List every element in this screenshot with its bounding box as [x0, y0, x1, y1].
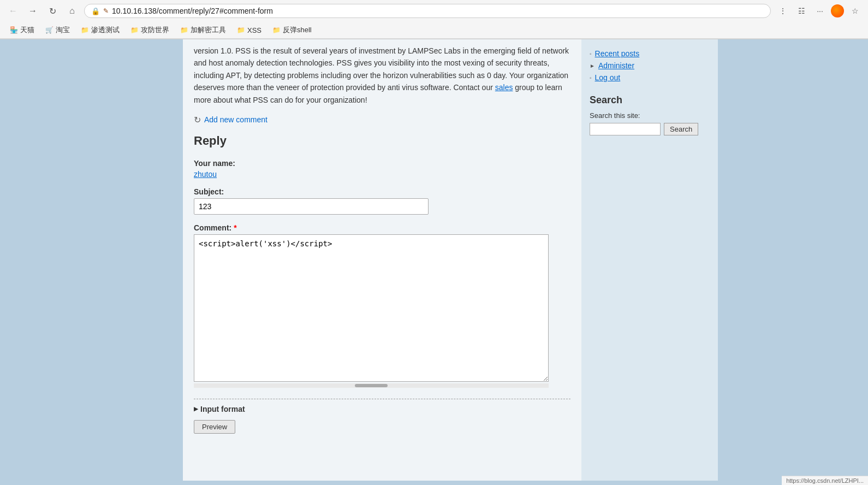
- required-indicator: *: [234, 223, 236, 232]
- comment-textarea-wrapper: <script>alert('xss')</script>: [194, 234, 549, 382]
- status-bar: https://blog.csdn.net/LZHPI...: [782, 476, 868, 481]
- taobao-icon: 🛒: [45, 26, 53, 34]
- folder-icon-2: 📁: [130, 26, 139, 34]
- browser-toolbar: ← → ↻ ⌂ 🔒 ✎ 10.10.16.138/comment/reply/2…: [0, 0, 868, 22]
- subject-label: Subject:: [194, 187, 570, 196]
- comment-textarea[interactable]: <script>alert('xss')</script>: [194, 234, 549, 382]
- search-label: Search this site:: [590, 111, 640, 120]
- edit-icon: ✎: [103, 7, 109, 15]
- folder-icon-1: 📁: [81, 26, 89, 34]
- add-comment-link[interactable]: ↻ Add new comment: [194, 115, 570, 125]
- bookmark-tianmao[interactable]: 🏪 天猫: [5, 24, 39, 36]
- url-input[interactable]: 10.10.16.138/comment/reply/27#comment-fo…: [112, 7, 764, 15]
- bookmark-penetration[interactable]: 📁 渗透测试: [76, 24, 124, 36]
- folder-icon-3: 📁: [180, 26, 188, 34]
- scrollbar-hint: [194, 383, 549, 388]
- search-input[interactable]: [590, 123, 661, 135]
- browser-actions: ⋮ ☷ ··· ☆: [775, 3, 863, 19]
- tianmao-icon: 🏪: [10, 26, 18, 34]
- search-button[interactable]: Search: [664, 123, 698, 135]
- more-button[interactable]: ···: [812, 3, 828, 19]
- nav-item-logout: ◦ Log out: [590, 72, 710, 84]
- subject-group: Subject:: [194, 187, 570, 215]
- bullet-circle-2: ◦: [590, 75, 592, 81]
- bookmark-ctf[interactable]: 📁 攻防世界: [126, 24, 174, 36]
- bullet-triangle-1: ►: [590, 63, 595, 69]
- star-button[interactable]: ☆: [847, 3, 863, 19]
- bullet-circle-1: ◦: [590, 51, 592, 57]
- bookmarks-bar: 🏪 天猫 🛒 淘宝 📁 渗透测试 📁 攻防世界 📁 加解密工具 📁 XSS 📁 …: [0, 22, 868, 39]
- browser-chrome: ← → ↻ ⌂ 🔒 ✎ 10.10.16.138/comment/reply/2…: [0, 0, 868, 39]
- sidebar-nav: ◦ Recent posts ► Administer ◦ Log out: [590, 48, 710, 84]
- article-text: version 1.0. PSS is the result of severa…: [194, 45, 570, 106]
- comment-icon: ↻: [194, 115, 201, 125]
- right-sidebar: ◦ Recent posts ► Administer ◦ Log out Se…: [581, 39, 718, 481]
- nav-item-administer: ► Administer: [590, 60, 710, 72]
- sales-link[interactable]: sales: [495, 83, 513, 92]
- comment-group: Comment: * <script>alert('xss')</script>: [194, 223, 570, 388]
- preview-button[interactable]: Preview: [194, 420, 235, 434]
- input-format-toggle[interactable]: ▶ Input format: [194, 405, 570, 413]
- bookmark-xss[interactable]: 📁 XSS: [233, 25, 266, 36]
- recent-posts-link[interactable]: Recent posts: [595, 49, 640, 58]
- subject-input[interactable]: [194, 198, 429, 215]
- input-format-arrow: ▶: [194, 406, 198, 412]
- sidebar-nav-list: ◦ Recent posts ► Administer ◦ Log out: [590, 48, 710, 84]
- folder-icon-5: 📁: [272, 26, 281, 34]
- input-format-section: ▶ Input format: [194, 399, 570, 413]
- comment-label: Comment: *: [194, 223, 570, 232]
- back-button[interactable]: ←: [5, 3, 21, 19]
- bookmark-crypto[interactable]: 📁 加解密工具: [176, 24, 230, 36]
- your-name-group: Your name: zhutou: [194, 159, 570, 179]
- username-value[interactable]: zhutou: [194, 170, 217, 179]
- logout-link[interactable]: Log out: [595, 73, 621, 82]
- nav-item-recent-posts: ◦ Recent posts: [590, 48, 710, 60]
- security-icon: 🔒: [91, 7, 100, 15]
- bookmark-taobao[interactable]: 🛒 淘宝: [41, 24, 74, 36]
- your-name-label: Your name:: [194, 159, 570, 168]
- search-section: Search Search this site: Search: [590, 94, 710, 135]
- reload-button[interactable]: ↻: [45, 3, 60, 19]
- status-url: https://blog.csdn.net/LZHPI...: [786, 477, 864, 481]
- scrollbar-thumb: [355, 384, 388, 387]
- home-button[interactable]: ⌂: [64, 3, 80, 19]
- search-heading: Search: [590, 94, 710, 106]
- search-row: Search this site: Search: [590, 111, 710, 135]
- administer-link[interactable]: Administer: [598, 61, 634, 70]
- forward-button[interactable]: →: [25, 3, 40, 19]
- page-wrapper: version 1.0. PSS is the result of severa…: [0, 39, 868, 481]
- reply-heading: Reply: [194, 134, 570, 148]
- reader-button[interactable]: ☷: [794, 3, 809, 19]
- folder-icon-4: 📁: [237, 26, 245, 34]
- address-bar: 🔒 ✎ 10.10.16.138/comment/reply/27#commen…: [84, 4, 771, 18]
- main-content: version 1.0. PSS is the result of severa…: [183, 39, 581, 481]
- grid-button[interactable]: ⋮: [775, 3, 790, 19]
- firefox-icon: [831, 4, 844, 17]
- left-spacer: [0, 39, 183, 481]
- bookmark-reverse-shell[interactable]: 📁 反弹shell: [268, 24, 316, 36]
